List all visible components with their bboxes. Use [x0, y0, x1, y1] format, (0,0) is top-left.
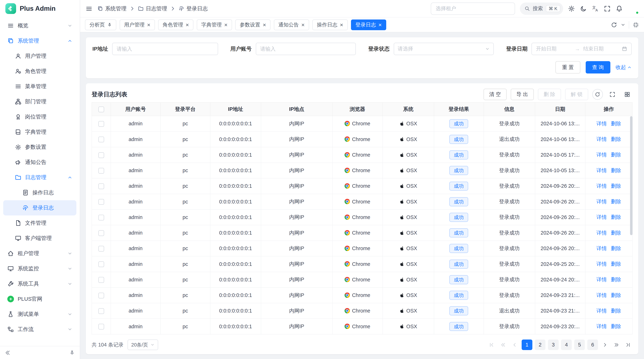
- sidebar-item-dict-management[interactable]: 字典管理: [3, 124, 76, 140]
- detail-link[interactable]: 详情: [596, 152, 606, 157]
- row-checkbox[interactable]: [98, 293, 104, 298]
- collapse-sidebar-icon[interactable]: [5, 350, 11, 356]
- sidebar-item-plus-site[interactable]: +PLUS官网: [3, 291, 76, 307]
- row-checkbox[interactable]: [98, 215, 104, 220]
- delete-link[interactable]: 删除: [611, 199, 621, 204]
- close-icon[interactable]: ×: [224, 22, 228, 28]
- sidebar-item-tenant-management[interactable]: 租户管理: [3, 246, 76, 261]
- refresh-icon[interactable]: [592, 89, 603, 100]
- export-button[interactable]: 导 出: [511, 89, 534, 100]
- delete-link[interactable]: 删除: [611, 121, 621, 126]
- account-input[interactable]: [256, 43, 356, 55]
- page-button-2[interactable]: 2: [535, 340, 546, 350]
- close-icon[interactable]: ×: [263, 22, 266, 28]
- page-button-6[interactable]: 6: [587, 340, 598, 350]
- tab-用户管理[interactable]: 用户管理×: [120, 19, 155, 30]
- settings-icon[interactable]: [568, 5, 575, 12]
- prev-page-button[interactable]: [510, 340, 519, 350]
- translate-icon[interactable]: 文A: [592, 5, 599, 12]
- tab-通知公告[interactable]: 通知公告×: [274, 19, 309, 30]
- sidebar-item-log-management[interactable]: 日志管理: [3, 170, 76, 185]
- row-checkbox[interactable]: [98, 152, 104, 158]
- jump-backward-button[interactable]: [498, 340, 508, 350]
- row-checkbox[interactable]: [98, 137, 104, 142]
- sidebar-item-file-management[interactable]: 文件管理: [3, 215, 76, 231]
- refresh-tab-icon[interactable]: [611, 22, 617, 28]
- sidebar-item-overview[interactable]: 概览: [3, 18, 76, 33]
- sidebar-item-post-management[interactable]: 岗位管理: [3, 109, 76, 124]
- page-size-select[interactable]: 20条/页: [128, 340, 158, 350]
- close-icon[interactable]: ×: [147, 22, 150, 28]
- detail-link[interactable]: 详情: [596, 261, 606, 267]
- breadcrumb-item[interactable]: 登录日志: [178, 5, 208, 12]
- status-select[interactable]: 请选择: [394, 43, 494, 55]
- sidebar-item-system-management[interactable]: 系统管理: [3, 33, 76, 48]
- delete-link[interactable]: 删除: [611, 168, 621, 173]
- detail-link[interactable]: 详情: [596, 324, 606, 329]
- detail-link[interactable]: 详情: [596, 292, 606, 298]
- sidebar-item-test-menu[interactable]: 测试菜单: [3, 307, 76, 322]
- delete-link[interactable]: 删除: [611, 261, 621, 267]
- tab-分析页[interactable]: 分析页: [85, 19, 116, 30]
- detail-link[interactable]: 详情: [596, 183, 606, 189]
- delete-link[interactable]: 删除: [611, 183, 621, 189]
- tab-操作日志[interactable]: 操作日志×: [312, 19, 348, 30]
- search-button[interactable]: 搜索 ⌘ K: [520, 2, 563, 15]
- detail-link[interactable]: 详情: [596, 136, 606, 142]
- delete-link[interactable]: 删除: [611, 292, 621, 298]
- detail-link[interactable]: 详情: [596, 168, 606, 173]
- delete-button[interactable]: 删 除: [538, 89, 561, 100]
- breadcrumb-item[interactable]: 系统管理: [97, 5, 126, 12]
- tab-字典管理[interactable]: 字典管理×: [197, 19, 232, 30]
- close-icon[interactable]: ×: [340, 22, 343, 28]
- tab-参数设置[interactable]: 参数设置×: [235, 19, 270, 30]
- sidebar-item-system-tools[interactable]: 系统工具: [3, 276, 76, 291]
- sidebar-item-system-monitor[interactable]: 系统监控: [3, 261, 76, 276]
- delete-link[interactable]: 删除: [611, 214, 621, 220]
- row-checkbox[interactable]: [98, 246, 104, 252]
- tab-登录日志[interactable]: 登录日志×: [351, 19, 386, 30]
- row-checkbox[interactable]: [98, 277, 104, 283]
- tenant-select[interactable]: 选择租户: [431, 2, 515, 15]
- sidebar-item-operation-log[interactable]: 操作日志: [3, 185, 76, 200]
- row-checkbox[interactable]: [98, 324, 104, 330]
- delete-link[interactable]: 删除: [611, 246, 621, 251]
- date-range-picker[interactable]: 开始日期 → 结束日期: [532, 43, 632, 55]
- tab-角色管理[interactable]: 角色管理×: [158, 19, 194, 30]
- row-checkbox[interactable]: [98, 168, 104, 174]
- avatar[interactable]: [628, 3, 639, 14]
- first-page-button[interactable]: [487, 340, 496, 350]
- sidebar-item-menu-management[interactable]: 菜单管理: [3, 79, 76, 94]
- sidebar-item-department-management[interactable]: 部门管理: [3, 94, 76, 109]
- sidebar-item-role-management[interactable]: 角色管理: [3, 64, 76, 79]
- select-all-checkbox[interactable]: [98, 107, 104, 112]
- row-checkbox[interactable]: [98, 230, 104, 236]
- row-checkbox[interactable]: [98, 183, 104, 189]
- breadcrumb-item[interactable]: 日志管理: [138, 5, 167, 12]
- table-fullscreen-icon[interactable]: [607, 89, 618, 100]
- row-checkbox[interactable]: [98, 199, 104, 205]
- fullscreen-exit-icon[interactable]: [632, 22, 639, 28]
- page-button-4[interactable]: 4: [561, 340, 572, 350]
- sidebar-item-workflow[interactable]: 工作流: [3, 322, 76, 337]
- unlock-button[interactable]: 解 锁: [565, 89, 588, 100]
- next-page-button[interactable]: [600, 340, 610, 350]
- delete-link[interactable]: 删除: [611, 152, 621, 157]
- pin-icon[interactable]: [70, 350, 75, 356]
- detail-link[interactable]: 详情: [596, 214, 606, 220]
- chevron-down-icon[interactable]: [620, 22, 626, 27]
- reset-button[interactable]: 重 置: [556, 61, 580, 73]
- delete-link[interactable]: 删除: [611, 308, 621, 314]
- sidebar-item-client-management[interactable]: 客户端管理: [3, 231, 76, 246]
- sidebar-item-user-management[interactable]: 用户管理: [3, 48, 76, 64]
- query-button[interactable]: 查 询: [586, 61, 610, 73]
- clear-button[interactable]: 清 空: [484, 89, 506, 100]
- page-button-1[interactable]: 1: [522, 340, 532, 350]
- collapse-filters-link[interactable]: 收起: [616, 64, 632, 71]
- detail-link[interactable]: 详情: [596, 199, 606, 204]
- page-button-3[interactable]: 3: [548, 340, 559, 350]
- detail-link[interactable]: 详情: [596, 308, 606, 314]
- ip-input[interactable]: [112, 43, 218, 55]
- detail-link[interactable]: 详情: [596, 277, 606, 282]
- detail-link[interactable]: 详情: [596, 121, 606, 126]
